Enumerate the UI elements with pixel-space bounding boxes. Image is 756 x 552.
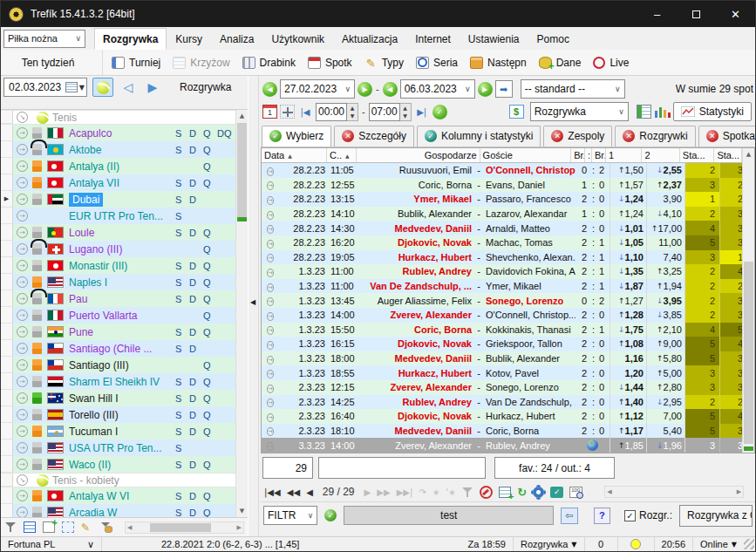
today-icon[interactable] <box>262 105 277 119</box>
open-tournament-icon[interactable]: → <box>17 310 28 321</box>
tournament-row[interactable]: →Swan Hill ISDQ <box>1 390 235 406</box>
open-match-icon[interactable]: → <box>267 312 274 321</box>
tab-rozgrywka[interactable]: Rozgrywka <box>94 28 167 50</box>
toolbar-button-krzyżow[interactable]: Krzyżow <box>173 57 229 69</box>
open-match-icon[interactable]: → <box>267 181 274 190</box>
match-row[interactable]: →28.2.2316:20Djokovic, Novak-Machac, Tom… <box>262 235 742 250</box>
tab-ustawienia[interactable]: Ustawienia <box>460 28 528 50</box>
insert-icon[interactable]: ∗ <box>432 487 439 497</box>
online-select[interactable]: Online▼ <box>693 537 744 551</box>
tournament-hscrollbar[interactable]: ◀▶ <box>125 521 244 534</box>
toolbar-button-drabink[interactable]: Drabink <box>242 57 296 69</box>
filter-button-rozgrywki[interactable]: ✕Rozgrywki <box>615 126 695 147</box>
sport-select[interactable]: Piłka nożna ∨ <box>3 30 85 48</box>
filter-icon[interactable] <box>4 521 17 533</box>
open-tournament-icon[interactable]: → <box>17 392 28 404</box>
open-match-icon[interactable]: → <box>267 283 274 292</box>
toolbar-button-typy[interactable]: ✎Typy <box>364 57 404 69</box>
filter-button-szczegóły[interactable]: ✕Szczegóły <box>334 126 414 147</box>
open-tournament-icon[interactable]: → <box>17 293 28 304</box>
open-match-icon[interactable]: → <box>267 413 274 422</box>
calendar-icon[interactable] <box>65 82 78 92</box>
apply-range-button[interactable]: ➡ <box>495 80 513 98</box>
tournament-row[interactable]: →Santiago (III)Q <box>1 357 235 373</box>
table-icon[interactable] <box>24 521 36 533</box>
last-record-icon[interactable]: ▶▶| <box>397 487 413 497</box>
tournament-row[interactable]: →Monastir (III)SDQ <box>1 257 235 274</box>
toolbar-button-turniej[interactable]: Turniej <box>112 57 160 69</box>
rozgrywka-z-okna-button[interactable]: Rozgrywka z Okna <box>679 505 753 527</box>
table-scrollbar[interactable]: ▲ <box>742 148 754 453</box>
match-row[interactable]: →2.3.2314:25Rublev, Andrey-Van De Zandsc… <box>262 395 742 410</box>
column-header-data[interactable]: Data▲ <box>262 148 327 162</box>
filter-data-icon[interactable] <box>100 521 112 533</box>
apply-time-button[interactable]: ✓ <box>432 105 447 119</box>
column-header-2[interactable]: 2 <box>642 148 679 162</box>
confirm-icon[interactable]: ✓ <box>550 487 563 498</box>
toolbar-button-spotk[interactable]: Spotk <box>308 57 352 69</box>
scroll-down-icon[interactable]: ▼ <box>236 505 248 517</box>
column-header-sta[interactable]: Sta... <box>680 148 715 162</box>
view-select[interactable]: Rozgrywka∨ <box>530 102 629 121</box>
tournament-row[interactable]: →USA UTR Pro Ten...S <box>1 440 235 456</box>
filter-button-spotkania[interactable]: ✕Spotkania <box>698 126 755 147</box>
open-tournament-icon[interactable]: → <box>17 359 28 371</box>
match-row[interactable]: →28.2.2311:05Ruusuvuori, Emil-O'Connell,… <box>262 163 742 178</box>
filter-name-field[interactable]: test <box>344 506 554 525</box>
open-tournament-icon[interactable]: → <box>17 326 28 337</box>
open-tournament-icon[interactable]: → <box>17 210 28 221</box>
toolbar-button-dane[interactable]: Dane <box>539 57 582 69</box>
open-tournament-icon[interactable]: → <box>17 144 28 155</box>
next-page-icon[interactable]: ▶▶ <box>377 487 390 497</box>
open-tournament-icon[interactable]: → <box>17 490 28 501</box>
tab-analiza[interactable]: Analiza <box>211 28 262 50</box>
open-tournament-icon[interactable]: → <box>17 507 28 517</box>
bookmaker-select[interactable]: Fortuna PL ∨ <box>1 537 102 551</box>
help-button[interactable]: ? <box>594 508 610 524</box>
open-match-icon[interactable]: → <box>267 341 274 350</box>
column-header-sta[interactable]: Sta... <box>714 148 742 162</box>
open-match-icon[interactable]: → <box>267 254 274 262</box>
column-header-c[interactable]: C..▲ <box>327 148 357 162</box>
match-row[interactable]: →1.3.2314:00Zverev, Alexander-O'Connell,… <box>262 308 742 323</box>
open-tournament-icon[interactable]: → <box>17 276 28 288</box>
open-tournament-icon[interactable]: → <box>17 343 28 354</box>
match-row[interactable]: →2.3.2316:40Djokovic, Novak-Hurkacz, Hub… <box>262 409 742 424</box>
minimize-button[interactable]: – <box>637 1 677 27</box>
match-row[interactable]: →1.3.2311:00Rublev, Andrey-Davidovich Fo… <box>262 264 742 279</box>
tournament-row[interactable]: →EUR UTR Pro Ten...S <box>1 208 235 224</box>
time-start-icon[interactable]: |◀ <box>297 107 313 117</box>
insert-copy-icon[interactable]: '∗ <box>446 487 455 497</box>
match-row[interactable]: →1.3.2313:45Auger Aliassime, Felix-Soneg… <box>262 293 742 308</box>
tab-kursy[interactable]: Kursy <box>167 28 211 50</box>
tournament-row[interactable]: →Torello (III)SDQ <box>1 406 235 423</box>
tournament-row[interactable]: →Santiago (Chile ...SD <box>1 340 235 357</box>
scroll-up-icon[interactable]: ▲ <box>743 148 754 160</box>
prev-day-button[interactable]: ◁ <box>119 80 138 94</box>
collapse-section-icon[interactable]: ↘ <box>17 112 28 123</box>
tournament-row[interactable]: →Tucuman ISDQ <box>1 423 235 440</box>
match-row[interactable]: →28.2.2314:10Bublik, Alexander-Lazarov, … <box>262 207 742 221</box>
open-tournament-icon[interactable]: → <box>17 243 28 255</box>
gear-icon[interactable] <box>533 487 544 498</box>
rozgr-checkbox[interactable]: ✓ <box>624 510 636 521</box>
resize-grip[interactable] <box>744 539 754 549</box>
match-row[interactable]: →28.2.2312:55Coric, Borna-Evans, Daniel1… <box>262 178 742 193</box>
toolbar-button-seria[interactable]: Seria <box>416 57 458 69</box>
tournament-row[interactable]: →Antalya VIISDQ <box>1 174 235 191</box>
match-row[interactable]: →1.3.2316:15Djokovic, Novak-Griekspoor, … <box>262 337 742 351</box>
date-from-next-button[interactable]: ▶ <box>358 82 372 97</box>
maximize-button[interactable] <box>677 1 716 27</box>
open-tournament-icon[interactable]: → <box>17 194 28 205</box>
date-input[interactable]: 02.03.2023 ▼ <box>3 78 87 97</box>
date-from-prev-button[interactable]: ◀ <box>262 82 277 97</box>
toolbar-button-live[interactable]: Live <box>593 57 629 69</box>
open-match-icon[interactable]: → <box>267 399 274 407</box>
open-tournament-icon[interactable]: → <box>17 459 28 470</box>
match-row[interactable]: →1.3.2315:50Coric, Borna-Kokkinakis, Tha… <box>262 323 742 337</box>
stop-icon[interactable] <box>480 486 493 499</box>
table-hscrollbar[interactable]: ◀▶ <box>604 486 744 498</box>
open-match-icon[interactable]: → <box>267 370 274 378</box>
money-icon[interactable]: $ <box>509 105 524 119</box>
tournament-row[interactable]: →PauSDQ <box>1 290 235 307</box>
